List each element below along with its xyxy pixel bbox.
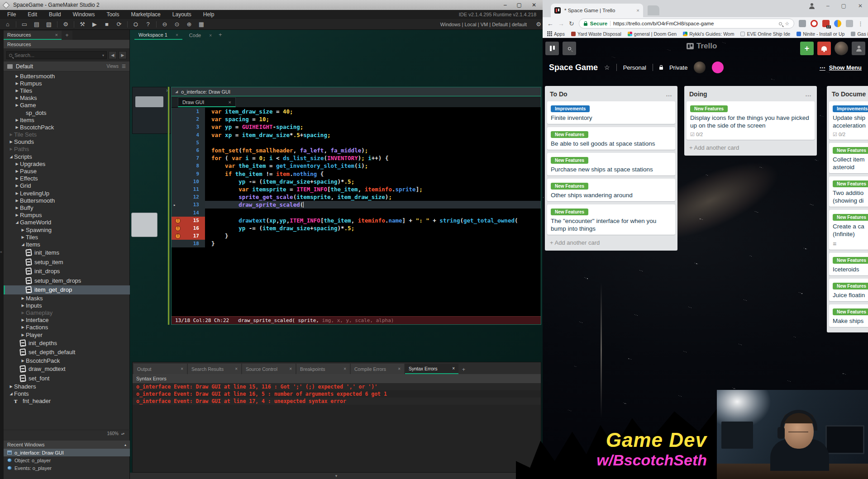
output-tab-syntax-errors[interactable]: Syntax Errors× xyxy=(405,364,458,374)
tree-item-init-drops[interactable]: init_drops xyxy=(4,267,130,276)
add-card-button[interactable]: + Add another card xyxy=(687,143,815,153)
output-tab-output[interactable]: Output× xyxy=(134,364,187,374)
workspace-tab-1[interactable]: Workspace 1× xyxy=(134,31,182,40)
trello-card[interactable]: New FeaturesMake ships xyxy=(829,304,868,327)
forward-icon[interactable]: → xyxy=(558,20,564,27)
tree-item-buttersmooth[interactable]: ▶Buttersmooth xyxy=(4,72,130,80)
run-icon[interactable]: ▶ xyxy=(91,21,99,28)
code-line-3[interactable]: 3var yp = GUIHEIGHT-spacing; xyxy=(172,123,541,131)
menu-windows[interactable]: Windows xyxy=(73,11,95,18)
tree-item-spawning[interactable]: ▶Spawning xyxy=(4,226,130,233)
resource-search-box[interactable]: ▾ xyxy=(6,51,107,59)
chevron-right-icon[interactable]: ▶ xyxy=(8,140,14,144)
trello-card[interactable]: New FeaturesTwo additio (showing di xyxy=(829,176,868,207)
tree-item-fnt-header[interactable]: Tfnt_header xyxy=(4,398,130,405)
tree-item-grid[interactable]: ▶Grid xyxy=(4,182,130,190)
chevron-right-icon[interactable]: ▶ xyxy=(20,304,26,308)
tree-item-rumpus[interactable]: ▶Rumpus xyxy=(4,80,130,87)
tree-item-draw-modtext[interactable]: draw_modtext xyxy=(4,364,130,374)
output-tab-search-results[interactable]: Search Results× xyxy=(188,364,241,374)
chevron-right-icon[interactable]: ▶ xyxy=(20,296,26,300)
board-visibility[interactable]: Private xyxy=(669,64,687,71)
trello-card[interactable]: New FeaturesThe "encounter" interface fo… xyxy=(547,204,675,235)
chevron-right-icon[interactable]: ▶ xyxy=(20,311,26,315)
help-icon[interactable]: ? xyxy=(144,21,152,28)
trello-card[interactable]: New FeaturesPurchase new ships at space … xyxy=(547,153,675,175)
add-output-tab-button[interactable]: + xyxy=(459,366,468,374)
menu-help[interactable]: Help xyxy=(203,11,215,18)
tree-item-pause[interactable]: ▶Pause xyxy=(4,167,130,175)
code-line-12[interactable]: 12 sprite_get_scale(itemsprite, item_dra… xyxy=(172,193,541,201)
tree-item-tile-sets[interactable]: ▶Tile Sets xyxy=(4,131,130,138)
browser-minimize-button[interactable]: – xyxy=(826,3,830,9)
trello-card[interactable]: ImprovementsFinite inventory xyxy=(547,101,675,124)
tree-item-bscotchpack[interactable]: ▶BscotchPack xyxy=(4,357,130,364)
chevron-right-icon[interactable]: ▶ xyxy=(14,81,20,85)
workspace-scrollbar[interactable]: ▾ xyxy=(130,473,543,479)
trello-card[interactable]: New FeaturesJuice floatin xyxy=(829,279,868,301)
syntax-error-row[interactable]: o_interface Event: Draw GUI at line 15, … xyxy=(133,383,541,390)
save-project-icon[interactable]: ▧ xyxy=(45,21,53,28)
tree-item-init-depths[interactable]: init_depths xyxy=(4,338,130,348)
chevron-right-icon[interactable]: ▶ xyxy=(14,96,20,100)
tree-item-items[interactable]: ◢Items xyxy=(4,241,130,248)
trello-card[interactable]: New FeaturesIceteroids xyxy=(829,253,868,275)
trello-search-button[interactable] xyxy=(563,42,576,55)
trello-logo[interactable]: Trello xyxy=(687,42,717,51)
tree-item-game[interactable]: ▶Game xyxy=(4,102,130,109)
tree-item-inputs[interactable]: ▶Inputs xyxy=(4,302,130,309)
menu-file[interactable]: File xyxy=(7,11,16,18)
tab-close-icon[interactable]: × xyxy=(181,366,183,371)
browser-menu-icon[interactable]: ⋮ xyxy=(858,20,863,27)
code-line-13[interactable]: 13 draw_sprite_scaled( xyxy=(172,201,541,209)
code-line-4[interactable]: 4var xp = item_draw_size*.5+spacing; xyxy=(172,131,541,139)
chevron-right-icon[interactable]: ▶ xyxy=(14,191,20,195)
add-card-button[interactable]: + Add another card xyxy=(547,238,675,248)
list-menu-icon[interactable]: … xyxy=(666,90,672,98)
browser-close-button[interactable]: ✕ xyxy=(858,3,863,9)
bookmark-item[interactable]: Ninite - Install or Up xyxy=(796,31,844,37)
code-line-16[interactable]: 16 yp -= (item_draw_size+spacing)*.5; xyxy=(172,224,541,232)
resource-root-row[interactable]: Default Views ☰ xyxy=(4,62,129,71)
tree-item-items[interactable]: ▶Items xyxy=(4,116,130,123)
clean-icon[interactable]: ⟳ xyxy=(115,21,123,28)
code-line-10[interactable]: 10 yp -= (item_draw_size+spacing)*.5; xyxy=(172,178,541,185)
tree-item-set-font[interactable]: set_font xyxy=(4,374,130,383)
tree-item-tiles[interactable]: ▶Tiles xyxy=(4,87,130,94)
board-name[interactable]: Space Game xyxy=(549,63,598,72)
chevron-right-icon[interactable]: ▶ xyxy=(20,359,26,363)
chevron-open-icon[interactable]: ◢ xyxy=(8,392,14,396)
new-project-icon[interactable]: ▭ xyxy=(20,21,29,28)
collapse-icon[interactable]: « xyxy=(0,250,2,254)
url-bar[interactable]: Secure https://trello.com/b/O4rFmCH8/spa… xyxy=(579,19,794,28)
dock-collapse-strip[interactable]: « xyxy=(0,30,4,479)
tree-item-player[interactable]: ▶Player xyxy=(4,331,130,338)
chevron-right-icon[interactable]: ▶ xyxy=(20,228,26,232)
workspace-tab-2[interactable]: Code× xyxy=(185,31,216,40)
tree-item-fonts[interactable]: ◢Fonts xyxy=(4,390,130,398)
bookmark-star-icon[interactable]: ☆ xyxy=(785,21,789,27)
extension-icon-4[interactable] xyxy=(834,20,841,27)
tree-item-bscotchpack[interactable]: ▶BscotchPack xyxy=(4,123,130,131)
zoom-out-icon[interactable]: ⊖ xyxy=(161,21,169,28)
tab-close-icon[interactable]: × xyxy=(343,366,346,371)
board-team[interactable]: Personal xyxy=(623,64,646,71)
syntax-error-row[interactable]: o_interface Event: Draw GUI at line 17, … xyxy=(133,398,541,405)
code-line-15[interactable]: 15 drawtext(xp,yp,ITEM_INFO[the_item, it… xyxy=(172,217,541,224)
tree-item-set-depth-default[interactable]: set_depth_default xyxy=(4,348,130,357)
home-icon[interactable]: ⌂ xyxy=(4,21,12,28)
settings-icon[interactable]: ⛭ xyxy=(132,21,140,28)
game-options-icon[interactable]: ⚙ xyxy=(62,21,70,28)
bookmark-item[interactable]: Yard Waste Disposal xyxy=(571,31,621,37)
notifications-button[interactable] xyxy=(817,42,831,55)
menu-layouts[interactable]: Layouts xyxy=(172,11,191,18)
tree-item-rumpus[interactable]: ▶Rumpus xyxy=(4,212,130,219)
tree-item-sp-dots[interactable]: sp_dots xyxy=(4,109,130,116)
code-line-7[interactable]: 7for ( var i = 0; i < ds_list_size(INVEN… xyxy=(172,154,541,162)
trello-card[interactable]: New FeaturesBe able to sell goods at spa… xyxy=(547,127,675,150)
code-line-18[interactable]: 18} xyxy=(172,240,541,247)
tab-close-icon[interactable]: × xyxy=(229,100,231,105)
tree-item-setup-item[interactable]: setup_item xyxy=(4,257,130,267)
recent-window-item[interactable]: Events: o_player xyxy=(4,464,130,472)
tree-item-masks[interactable]: ▶Masks xyxy=(4,294,130,302)
